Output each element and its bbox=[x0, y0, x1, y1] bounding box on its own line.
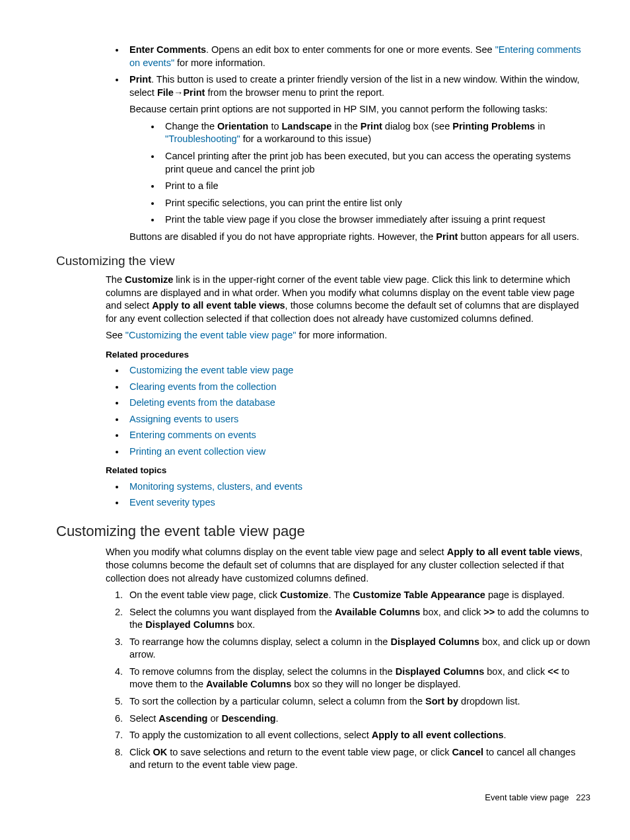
t: button appears for all users. bbox=[458, 231, 579, 242]
text: . Opens an edit box to enter comments fo… bbox=[206, 44, 495, 55]
customizing-page-intro: When you modify what columns display on … bbox=[106, 546, 590, 585]
see-more-para: See "Customizing the event table view pa… bbox=[106, 329, 590, 342]
footer-title: Event table view page bbox=[485, 792, 569, 802]
t: When you modify what columns display on … bbox=[106, 547, 447, 557]
text: for more information. bbox=[174, 57, 265, 68]
ok-bold: OK bbox=[153, 747, 167, 757]
top-bullet-list: Enter Comments. Opens an edit box to ent… bbox=[56, 44, 590, 243]
apply-all-event-collections-bold: Apply to all event collections bbox=[372, 730, 504, 740]
print-bold-2: Print bbox=[436, 231, 458, 242]
sub-tofile: Print to a file bbox=[161, 180, 590, 193]
t: to bbox=[268, 121, 281, 132]
t: for more information. bbox=[296, 330, 387, 340]
list-item: Clearing events from the collection bbox=[125, 381, 590, 394]
step-6: Select Ascending or Descending. bbox=[125, 712, 590, 726]
t: Select bbox=[129, 713, 158, 724]
text: from the browser menu to print the repor… bbox=[205, 87, 384, 98]
customize-bold-2: Customize bbox=[280, 590, 328, 600]
t: dialog box (see bbox=[382, 121, 452, 132]
t: On the event table view page, click bbox=[129, 590, 280, 600]
available-columns-bold: Available Columns bbox=[335, 607, 420, 617]
available-columns-bold-2: Available Columns bbox=[206, 679, 291, 689]
t: or bbox=[207, 713, 221, 724]
event-severity-link[interactable]: Event severity types bbox=[129, 497, 215, 508]
entering-comments-link-2[interactable]: Entering comments on events bbox=[129, 430, 256, 440]
customize-table-appearance-bold: Customize Table Appearance bbox=[353, 590, 485, 600]
step-1: On the event table view page, click Cust… bbox=[125, 589, 590, 602]
t: . bbox=[504, 730, 507, 740]
t: To remove columns from the display, sele… bbox=[129, 666, 396, 677]
displayed-columns-bold: Displayed Columns bbox=[145, 619, 234, 630]
assigning-events-link[interactable]: Assigning events to users bbox=[129, 414, 238, 424]
step-2: Select the columns you want displayed fr… bbox=[125, 606, 590, 632]
related-procedures-head: Related procedures bbox=[106, 349, 590, 361]
list-item: Monitoring systems, clusters, and events bbox=[125, 480, 590, 494]
related-topics-head: Related topics bbox=[106, 465, 590, 477]
list-item: Printing an event collection view bbox=[125, 445, 590, 459]
apply-all-bold-2: Apply to all event table views bbox=[447, 547, 580, 557]
list-item: Customizing the event table view page bbox=[125, 364, 590, 377]
t: page is displayed. bbox=[485, 590, 565, 600]
print-label: Print bbox=[129, 74, 151, 85]
sub-specific: Print specific selections, you can print… bbox=[161, 197, 590, 210]
cancel-bold: Cancel bbox=[452, 747, 483, 757]
sort-by-bold: Sort by bbox=[425, 696, 458, 706]
printing-problems-bold: Printing Problems bbox=[452, 121, 535, 132]
t: To rearrange how the columns display, se… bbox=[129, 636, 390, 647]
arrow-left-bold: << bbox=[547, 666, 559, 677]
step-3: To rearrange how the columns display, se… bbox=[125, 636, 590, 662]
list-item: Entering comments on events bbox=[125, 429, 590, 442]
list-item: Deleting events from the database bbox=[125, 397, 590, 410]
bullet-enter-comments: Enter Comments. Opens an edit box to ent… bbox=[125, 44, 590, 69]
t: box so they will no longer be displayed. bbox=[291, 679, 460, 689]
displayed-columns-bold-2: Displayed Columns bbox=[390, 636, 479, 647]
page-number: 223 bbox=[576, 792, 590, 802]
steps-list: On the event table view page, click Cust… bbox=[56, 589, 590, 772]
t: Click bbox=[129, 747, 153, 757]
landscape-bold: Landscape bbox=[282, 121, 332, 132]
monitoring-systems-link[interactable]: Monitoring systems, clusters, and events bbox=[129, 481, 302, 492]
customize-bold: Customize bbox=[125, 274, 173, 285]
t: The bbox=[106, 274, 125, 285]
step-8: Click OK to save selections and return t… bbox=[125, 746, 590, 772]
apply-all-bold: Apply to all event table views bbox=[152, 300, 285, 311]
t: box, and click bbox=[420, 607, 483, 617]
customize-event-table-link-2[interactable]: Customizing the event table view page bbox=[129, 365, 293, 375]
orientation-bold: Orientation bbox=[217, 121, 268, 132]
t: Select the columns you want displayed fr… bbox=[129, 607, 335, 617]
t: See bbox=[106, 330, 125, 340]
customize-event-table-link[interactable]: "Customizing the event table view page" bbox=[125, 330, 297, 340]
t: Change the bbox=[165, 121, 217, 132]
customizing-page-heading: Customizing the event table view page bbox=[56, 521, 590, 541]
displayed-columns-bold-3: Displayed Columns bbox=[396, 666, 485, 677]
buttons-disabled: Buttons are disabled if you do not have … bbox=[129, 231, 590, 244]
t: dropdown list. bbox=[458, 696, 520, 706]
clearing-events-link[interactable]: Clearing events from the collection bbox=[129, 381, 276, 392]
bullet-print: Print. This button is used to create a p… bbox=[125, 73, 590, 243]
sub-cancel: Cancel printing after the print job has … bbox=[161, 150, 590, 176]
page-body: Enter Comments. Opens an edit box to ent… bbox=[56, 44, 590, 803]
t: . bbox=[276, 713, 279, 724]
file-bold: File bbox=[157, 87, 174, 98]
printing-event-collection-link[interactable]: Printing an event collection view bbox=[129, 446, 265, 457]
t: box, and click bbox=[484, 666, 547, 677]
sub-orientation: Change the Orientation to Landscape in t… bbox=[161, 120, 590, 146]
t: in the bbox=[332, 121, 361, 132]
deleting-events-link[interactable]: Deleting events from the database bbox=[129, 397, 275, 408]
print-because: Because certain print options are not su… bbox=[129, 103, 590, 116]
t: To sort the collection by a particular c… bbox=[129, 696, 425, 706]
related-topics-list: Monitoring systems, clusters, and events… bbox=[56, 480, 590, 510]
enter-comments-label: Enter Comments bbox=[129, 44, 206, 55]
arrow-icon: → bbox=[174, 87, 184, 98]
t: Buttons are disabled if you do not have … bbox=[129, 231, 436, 242]
troubleshooting-link[interactable]: "Troubleshooting" bbox=[165, 134, 240, 144]
print-dlg-bold: Print bbox=[361, 121, 382, 132]
print-sub-list: Change the Orientation to Landscape in t… bbox=[129, 120, 590, 227]
t: . The bbox=[328, 590, 353, 600]
step-5: To sort the collection by a particular c… bbox=[125, 695, 590, 708]
t: box. bbox=[234, 619, 255, 630]
t: to save selections and return to the eve… bbox=[167, 747, 452, 757]
step-7: To apply the customization to all event … bbox=[125, 729, 590, 742]
t: for a workaround to this issue) bbox=[240, 134, 371, 144]
related-procedures-list: Customizing the event table view page Cl… bbox=[56, 364, 590, 458]
